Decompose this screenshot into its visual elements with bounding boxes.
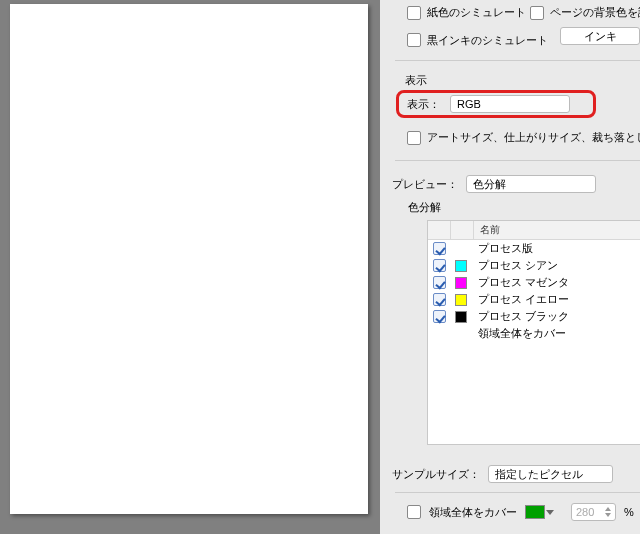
page-bg-checkbox[interactable] xyxy=(530,6,544,20)
separation-checkbox[interactable] xyxy=(433,242,446,255)
separation-swatch xyxy=(455,311,467,323)
display-row-highlight: 表示： RGB xyxy=(396,90,596,118)
separation-row[interactable]: プロセス ブラック xyxy=(428,308,640,325)
document-page[interactable] xyxy=(10,4,368,514)
coverage-label: 領域全体をカバー xyxy=(429,505,517,520)
artsize-label: アートサイズ、仕上がりサイズ、裁ち落としサイ xyxy=(427,130,640,145)
separation-row[interactable]: 領域全体をカバー xyxy=(428,325,640,342)
ink-button-label: インキ xyxy=(584,30,617,42)
separations-group: 色分解 名前 プロセス版プロセス シアンプロセス マゼンタプロセス イエロープロ… xyxy=(402,200,640,450)
sample-size-label: サンプルサイズ： xyxy=(392,467,480,482)
preview-combo[interactable]: 色分解 xyxy=(466,175,596,193)
separation-swatch xyxy=(455,260,467,272)
black-ink-sim-label: 黒インキのシミュレート xyxy=(427,33,548,48)
separation-row[interactable]: プロセス イエロー xyxy=(428,291,640,308)
coverage-value: 280 xyxy=(576,506,594,518)
separation-name: プロセス マゼンタ xyxy=(472,275,640,290)
separator xyxy=(395,60,640,61)
separation-swatch xyxy=(455,277,467,289)
separation-checkbox[interactable] xyxy=(433,293,446,306)
ink-button[interactable]: インキ xyxy=(560,27,640,45)
separation-row[interactable]: プロセス シアン xyxy=(428,257,640,274)
coverage-unit: % xyxy=(624,506,634,518)
sample-size-combo[interactable]: 指定したピクセル xyxy=(488,465,613,483)
artsize-checkbox[interactable] xyxy=(407,131,421,145)
coverage-swatch[interactable] xyxy=(525,505,545,519)
separation-checkbox[interactable] xyxy=(433,276,446,289)
separator xyxy=(395,160,640,161)
separations-table: 名前 プロセス版プロセス シアンプロセス マゼンタプロセス イエロープロセス ブ… xyxy=(427,220,640,445)
separation-checkbox[interactable] xyxy=(433,310,446,323)
preview-label: プレビュー： xyxy=(392,177,458,192)
display-label: 表示： xyxy=(407,97,440,112)
separation-swatch xyxy=(455,294,467,306)
separations-name-header: 名前 xyxy=(474,223,640,237)
coverage-spinner[interactable]: 280 xyxy=(571,503,616,521)
sample-size-value: 指定したピクセル xyxy=(495,467,583,482)
coverage-checkbox[interactable] xyxy=(407,505,421,519)
paper-sim-checkbox[interactable] xyxy=(407,6,421,20)
display-section-label: 表示 xyxy=(405,73,427,88)
separator xyxy=(395,492,640,493)
black-ink-sim-checkbox[interactable] xyxy=(407,33,421,47)
separation-row[interactable]: プロセス版 xyxy=(428,240,640,257)
separation-name: プロセス版 xyxy=(472,241,640,256)
display-combo[interactable]: RGB xyxy=(450,95,570,113)
separation-name: プロセス シアン xyxy=(472,258,640,273)
output-preview-panel: 紙色のシミュレート ページの背景色を設 黒インキのシミュレート インキ 表示 表… xyxy=(380,0,640,534)
separation-name: プロセス ブラック xyxy=(472,309,640,324)
display-combo-value: RGB xyxy=(457,98,481,110)
separations-header: 名前 xyxy=(428,221,640,240)
separation-name: 領域全体をカバー xyxy=(472,326,640,341)
preview-combo-value: 色分解 xyxy=(473,177,506,192)
separations-title: 色分解 xyxy=(408,200,441,215)
separation-checkbox[interactable] xyxy=(433,259,446,272)
separation-name: プロセス イエロー xyxy=(472,292,640,307)
canvas-area xyxy=(0,0,380,534)
paper-sim-label: 紙色のシミュレート xyxy=(427,5,526,20)
separation-row[interactable]: プロセス マゼンタ xyxy=(428,274,640,291)
page-bg-label: ページの背景色を設 xyxy=(550,5,640,20)
